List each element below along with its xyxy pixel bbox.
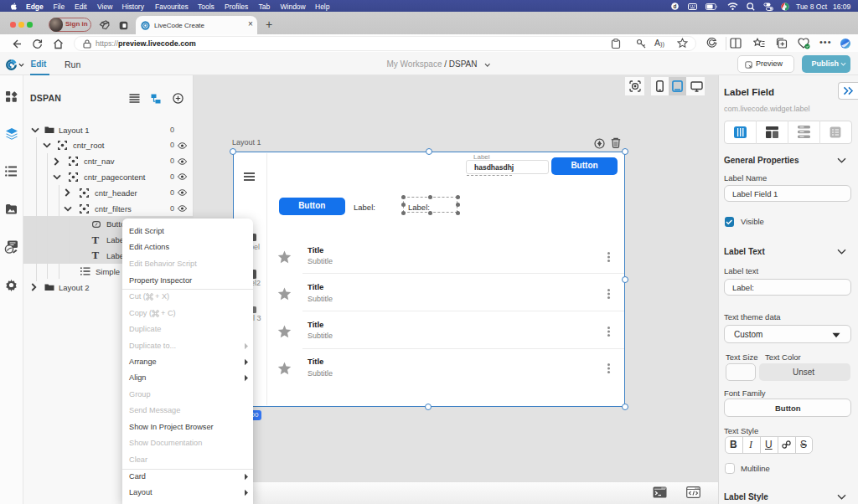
svg-text:d: d (674, 3, 677, 8)
